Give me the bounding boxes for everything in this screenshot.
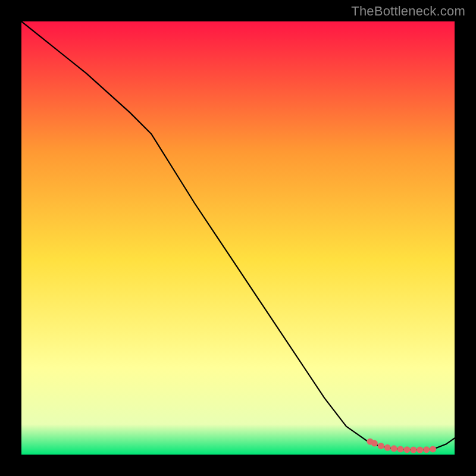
valley-marker bbox=[391, 445, 397, 452]
chart-stage: TheBottleneck.com bbox=[0, 0, 476, 476]
chart-svg bbox=[21, 21, 455, 455]
valley-marker bbox=[410, 446, 416, 453]
valley-marker bbox=[378, 443, 384, 449]
valley-marker bbox=[403, 446, 410, 453]
valley-marker bbox=[384, 444, 391, 451]
valley-marker bbox=[423, 446, 430, 453]
valley-marker bbox=[430, 446, 436, 452]
watermark-label: TheBottleneck.com bbox=[351, 4, 465, 19]
valley-marker bbox=[371, 440, 378, 447]
gradient-bg bbox=[21, 21, 455, 455]
valley-marker bbox=[416, 446, 423, 453]
valley-marker bbox=[397, 446, 404, 452]
plot-area bbox=[21, 21, 455, 455]
